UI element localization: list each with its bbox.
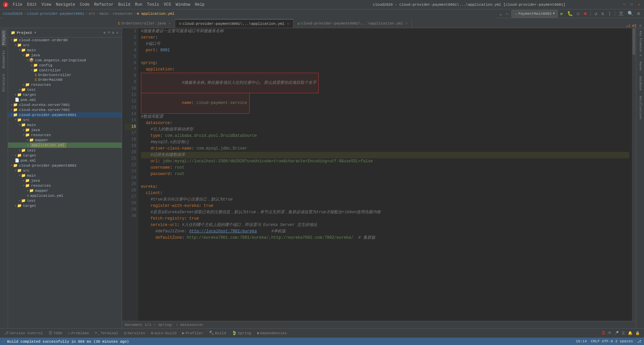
structure-panel-btn[interactable]: Structure	[1, 72, 6, 93]
tree-item-pom-p8001[interactable]: 📄 pom.xml	[8, 158, 122, 163]
tree-item-payment8002[interactable]: ▾ 📁 cloud-provider-payment8002	[8, 163, 122, 168]
bookmarks-panel-btn[interactable]: Bookmarks	[1, 49, 6, 70]
run-config-selector[interactable]: ☕ PaymentMain8002 ▼	[512, 10, 558, 17]
key-promoter-x-btn[interactable]: Key Promoter X	[638, 30, 643, 58]
tree-item-test-p8002[interactable]: ▸ 📁 test	[8, 198, 122, 203]
tree-item-main-p8002[interactable]: ▾ 📁 main	[8, 173, 122, 178]
tree-item-target-p8002[interactable]: ▸ 📁 target	[8, 203, 122, 208]
tree-item-src1[interactable]: ▾ 📁 src	[8, 43, 122, 48]
toolbar-btn-back[interactable]: ←	[505, 10, 510, 17]
tree-item-src-p8002[interactable]: ▾ 📁 src	[8, 168, 122, 173]
menu-help[interactable]: Help	[193, 2, 207, 8]
sidebar-tool-gear[interactable]: ⚙	[111, 30, 115, 36]
arrow-icon: ▸	[15, 204, 16, 208]
breadcrumb-main[interactable]: main	[100, 12, 108, 16]
expand-tabs-btn[interactable]: ≡	[639, 24, 641, 28]
sidebar-tool-collapse[interactable]: ≡	[107, 30, 111, 36]
tree-item-eureka7001[interactable]: ▸ 📁 cloud-eureka-server7001	[8, 102, 122, 107]
menu-tools[interactable]: Tools	[145, 2, 161, 8]
tree-item-applicationyml-p8002[interactable]: ⚙ application.yml	[8, 193, 122, 198]
tree-item-package[interactable]: ▾ 📦 com.angenin.springcloud	[8, 58, 122, 63]
breadcrumb-src[interactable]: src	[89, 12, 95, 16]
auto-build-btn[interactable]: ⚙ Auto-build	[148, 329, 179, 337]
toolbar-translate-btn[interactable]: 文	[618, 10, 625, 17]
menu-build[interactable]: Build	[116, 2, 132, 8]
breadcrumb-resources[interactable]: resources	[113, 12, 132, 16]
tree-item-eureka7002[interactable]: ▸ 📁 cloud-eureka-server7002	[8, 107, 122, 112]
menu-vcs[interactable]: VCS	[162, 2, 173, 8]
profiler-btn[interactable]: ▶ Profiler	[179, 329, 206, 337]
tree-item-java-p8001[interactable]: ▸ 📁 java	[8, 127, 122, 132]
tree-item-pom1[interactable]: 📄 pom.xml	[8, 97, 122, 102]
tree-item-resources-p8001[interactable]: ▾ 📁 resources	[8, 132, 122, 137]
menu-run[interactable]: Run	[133, 2, 144, 8]
menu-code[interactable]: Code	[78, 2, 92, 8]
maximize-button[interactable]: □	[629, 2, 634, 7]
toolbar-run-btn[interactable]: ▶	[559, 10, 565, 17]
tree-item-resources1[interactable]: ▸ 📁 resources	[8, 82, 122, 87]
editor-scrollbar[interactable]	[632, 28, 636, 321]
tree-item-target1[interactable]: ▸ 📁 target	[8, 92, 122, 97]
tree-item-ordercontroller[interactable]: C OrderController	[8, 73, 122, 77]
sidebar-tool-close[interactable]: ✕	[115, 30, 119, 36]
toolbar-run-w-coverage[interactable]: ▷	[576, 10, 581, 17]
tree-item-mapper-p8002[interactable]: ▸ 📁 mapper	[8, 188, 122, 193]
sidebar-tool-locate[interactable]: ⊕	[103, 30, 107, 36]
tab-close-payment8001[interactable]: ✕	[287, 22, 289, 26]
project-dropdown-icon[interactable]: ▼	[34, 31, 36, 35]
version-control-btn[interactable]: ⎇ Version Control	[1, 329, 46, 337]
tree-item-controller[interactable]: ▾ 📁 controller	[8, 68, 122, 73]
tab-close-payment8002[interactable]: ✕	[406, 21, 408, 25]
code-editor[interactable]: #微服务建议一定要写服务端口号和微服务名称 server: #端口号 port:…	[138, 28, 632, 321]
tree-item-config[interactable]: ▸ 📁 config	[8, 63, 122, 68]
breadcrumb-module[interactable]: cloud-provider-payment8001	[27, 12, 85, 16]
tree-item-main-p8001[interactable]: ▾ 📁 main	[8, 122, 122, 127]
project-panel-btn[interactable]: Project	[1, 30, 6, 46]
menu-edit[interactable]: Edit	[25, 2, 39, 8]
toolbar-sync-btn[interactable]: ⇅	[600, 10, 605, 17]
tab-close-ordercontroller[interactable]: ✕	[169, 21, 171, 25]
menu-file[interactable]: File	[11, 2, 24, 8]
menu-refactor[interactable]: Refactor	[92, 2, 116, 8]
toolbar-refresh-btn[interactable]: ↺	[593, 10, 598, 17]
build-btn[interactable]: 🔨 Build	[206, 329, 229, 337]
toolbar-debug-btn[interactable]: 🐛	[566, 10, 574, 17]
menu-window[interactable]: Window	[174, 2, 192, 8]
tree-item-src-p8001[interactable]: ▾ 📁 src	[8, 117, 122, 122]
breadcrumb-root[interactable]: cloud2020	[3, 12, 22, 16]
toolbar-btn-1[interactable]: ⌄	[498, 10, 503, 17]
tree-item-test1[interactable]: ▸ 📁 test	[8, 87, 122, 92]
tree-item-target-p8001[interactable]: ▸ 📁 target	[8, 153, 122, 158]
spring-btn[interactable]: 🍃 Spring	[229, 329, 254, 337]
menu-navigate[interactable]: Navigate	[54, 2, 77, 8]
problems-btn[interactable]: ⚠ Problems	[65, 329, 92, 337]
toolbar-search-btn[interactable]: 🔍	[626, 10, 635, 17]
tree-item-payment8001[interactable]: ▾ 📁 cloud-provider-payment8001	[8, 112, 122, 117]
breadcrumb-file[interactable]: ⚙ application.yml	[137, 11, 174, 16]
tree-item-order80[interactable]: ▾ 📁 cloud-consumer-order80	[8, 38, 122, 43]
close-button[interactable]: ✕	[637, 2, 641, 7]
notifications-btn[interactable]: Notifications	[638, 95, 643, 121]
tree-item-java-p8002[interactable]: ▸ 📁 java	[8, 178, 122, 183]
tree-item-applicationyml-p8001[interactable]: ⚙ application.yml	[8, 142, 122, 148]
menu-view[interactable]: View	[40, 2, 53, 8]
services-btn[interactable]: ◎ Services	[121, 329, 148, 337]
terminal-btn[interactable]: >_ Terminal	[92, 329, 121, 337]
maven-btn[interactable]: Maven	[638, 60, 643, 72]
tree-item-ordermain80[interactable]: C OrderMain80	[8, 77, 122, 82]
toolbar-settings-btn[interactable]: ⚙	[636, 10, 641, 17]
tree-item-mapper-p8001[interactable]: ▸ 📁 mapper	[8, 137, 122, 142]
tab-payment8002-yml[interactable]: ⚙ cloud-provider-payment8002\...\applica…	[293, 19, 412, 28]
tab-ordercontroller[interactable]: C OrderController.java ✕	[114, 19, 175, 28]
toolbar-stop-btn[interactable]: ■	[583, 10, 588, 17]
tree-item-main1[interactable]: ▾ 📁 main	[8, 48, 122, 53]
todo-btn[interactable]: ☰ TODO	[46, 329, 65, 337]
database-btn[interactable]: Database	[638, 75, 643, 92]
tree-item-resources-p8002[interactable]: ▾ 📁 resources	[8, 183, 122, 188]
tree-item-java1[interactable]: ▾ 📁 java	[8, 53, 122, 58]
dependencies-btn[interactable]: ◆ Dependencies	[254, 329, 289, 337]
toolbar-more-btn[interactable]: ⟩	[607, 10, 612, 17]
minimize-button[interactable]: ─	[622, 2, 627, 7]
tab-payment8001-yml[interactable]: ⚙ cloud-provider-payment8001\...\applica…	[175, 19, 293, 28]
tree-item-test-p8001[interactable]: ▸ 📁 test	[8, 148, 122, 153]
